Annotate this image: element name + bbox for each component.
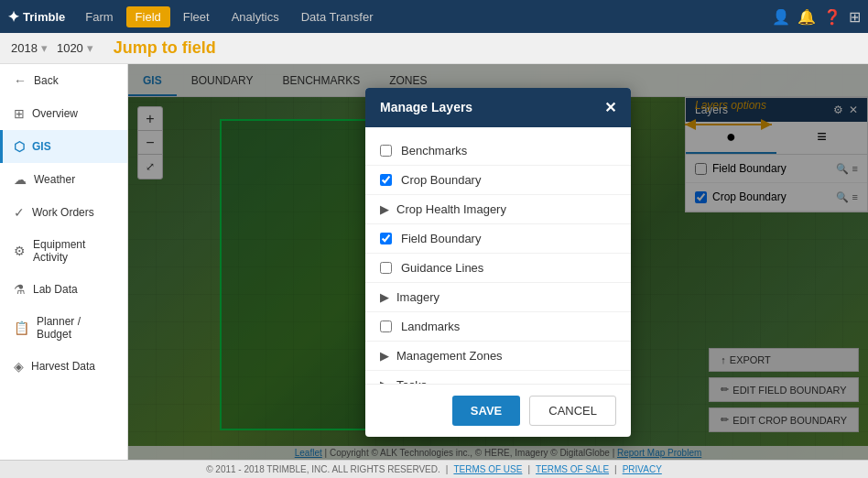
footer-sep1: | [446,464,449,474]
sidebar-item-gis[interactable]: ⬡ GIS [0,130,127,163]
planner-icon: 📋 [14,320,29,335]
modal-layer-field-boundary[interactable]: Field Boundary [365,224,631,254]
crop-boundary-modal-checkbox[interactable] [380,174,392,186]
cancel-button[interactable]: CANCEL [529,396,616,426]
nav-farm[interactable]: Farm [76,6,122,27]
modal-overlay: Manage Layers ✕ Benchmarks Crop Boundary… [128,64,868,460]
modal-footer: SAVE CANCEL [365,384,631,437]
footer-sep2: | [527,464,530,474]
year-selector[interactable]: 2018 ▾ [11,41,48,55]
jump-to-field[interactable]: Jump to field [103,33,227,64]
nav-fleet[interactable]: Fleet [174,6,219,27]
sidebar-item-weather[interactable]: ☁ Weather [0,163,127,196]
terms-of-use-link[interactable]: TERMS OF USE [453,464,522,474]
acreage-selector[interactable]: 1020 ▾ [57,41,93,55]
lab-icon: ⚗ [14,282,26,297]
separator2: ▾ [87,41,93,55]
imagery-label: Imagery [396,290,439,304]
top-navigation: ✦ Trimble Farm Field Fleet Analytics Dat… [0,0,868,33]
separator: ▾ [41,41,48,55]
imagery-expand-icon: ▶ [380,290,389,304]
nav-field[interactable]: Field [126,6,170,27]
sidebar-item-equipment[interactable]: ⚙ Equipment Activity [0,229,127,273]
footer-copyright: © 2011 - 2018 TRIMBLE, INC. ALL RIGHTS R… [206,464,440,474]
guidance-lines-checkbox[interactable] [380,262,392,274]
modal-header: Manage Layers ✕ [365,88,631,127]
work-orders-icon: ✓ [14,205,25,220]
modal-layer-crop-boundary[interactable]: Crop Boundary [365,166,631,195]
help-icon[interactable]: ❓ [823,8,841,26]
modal-body: Benchmarks Crop Boundary ▶ Crop Health I… [365,127,631,384]
sidebar-gis-label: GIS [32,140,51,153]
sidebar-overview-label: Overview [32,107,78,120]
modal-layer-tasks[interactable]: ▶ Tasks [365,371,631,384]
footer-sep3: | [614,464,617,474]
landmarks-checkbox[interactable] [380,320,392,332]
trimble-logo: ✦ [7,8,19,26]
weather-icon: ☁ [14,172,27,187]
notification-icon[interactable]: 🔔 [797,8,816,26]
acreage-value: 1020 [57,41,83,55]
sub-header: 2018 ▾ 1020 ▾ Jump to field [0,33,868,64]
back-icon: ← [14,73,27,88]
tasks-label: Tasks [396,378,427,384]
sidebar-item-planner[interactable]: 📋 Planner / Budget [0,306,127,350]
gis-icon: ⬡ [14,139,25,154]
logo-text: Trimble [23,10,65,24]
guidance-lines-label: Guidance Lines [401,261,483,275]
equipment-icon: ⚙ [14,244,26,258]
main-layout: ← Back ⊞ Overview ⬡ GIS ☁ Weather ✓ Work… [0,64,868,460]
sidebar-planner-label: Planner / Budget [37,315,116,341]
tasks-expand-icon: ▶ [380,378,389,384]
modal-layer-guidance-lines[interactable]: Guidance Lines [365,254,631,283]
modal-title: Manage Layers [380,100,472,114]
map-area: GIS BOUNDARY BENCHMARKS ZONES + − ⤢ Laye… [128,64,868,460]
management-zones-expand-icon: ▶ [380,349,389,363]
management-zones-label: Management Zones [396,349,503,363]
field-boundary-modal-label: Field Boundary [401,232,481,245]
sidebar: ← Back ⊞ Overview ⬡ GIS ☁ Weather ✓ Work… [0,64,128,460]
sidebar-item-overview[interactable]: ⊞ Overview [0,97,127,130]
modal-layer-management-zones[interactable]: ▶ Management Zones [365,342,631,371]
sidebar-work-orders-label: Work Orders [32,206,94,219]
privacy-link[interactable]: PRIVACY [623,464,662,474]
harvest-icon: ◈ [14,359,24,374]
save-button[interactable]: SAVE [452,396,520,426]
modal-close-button[interactable]: ✕ [604,99,616,116]
benchmarks-label: Benchmarks [401,144,467,158]
manage-layers-modal: Manage Layers ✕ Benchmarks Crop Boundary… [365,88,631,437]
landmarks-label: Landmarks [401,320,460,333]
modal-layer-crop-health[interactable]: ▶ Crop Health Imagery [365,195,631,224]
crop-health-label: Crop Health Imagery [396,202,506,216]
crop-health-expand-icon: ▶ [380,202,389,216]
sidebar-lab-label: Lab Data [33,283,78,296]
grid-icon[interactable]: ⊞ [849,8,861,26]
sidebar-equipment-label: Equipment Activity [33,238,116,264]
terms-of-sale-link[interactable]: TERMS OF SALE [536,464,609,474]
crop-boundary-modal-label: Crop Boundary [401,173,481,187]
modal-layer-benchmarks[interactable]: Benchmarks [365,136,631,166]
year-value: 2018 [11,41,38,55]
user-icon[interactable]: 👤 [772,8,790,26]
modal-layer-landmarks[interactable]: Landmarks [365,312,631,342]
sidebar-item-lab-data[interactable]: ⚗ Lab Data [0,273,127,306]
nav-analytics[interactable]: Analytics [222,6,288,27]
nav-icons: 👤 🔔 ❓ ⊞ [772,8,861,26]
overview-icon: ⊞ [14,106,25,121]
sidebar-item-back[interactable]: ← Back [0,64,127,97]
benchmarks-checkbox[interactable] [380,145,392,157]
logo: ✦ Trimble [7,8,65,26]
sidebar-weather-label: Weather [34,173,75,186]
sidebar-back-label: Back [34,74,59,87]
sidebar-item-work-orders[interactable]: ✓ Work Orders [0,196,127,229]
modal-layer-imagery[interactable]: ▶ Imagery [365,283,631,312]
nav-data-transfer[interactable]: Data Transfer [292,6,383,27]
sidebar-harvest-label: Harvest Data [31,360,95,373]
field-boundary-modal-checkbox[interactable] [380,233,392,244]
page-footer: © 2011 - 2018 TRIMBLE, INC. ALL RIGHTS R… [0,460,868,478]
sidebar-item-harvest[interactable]: ◈ Harvest Data [0,350,127,383]
